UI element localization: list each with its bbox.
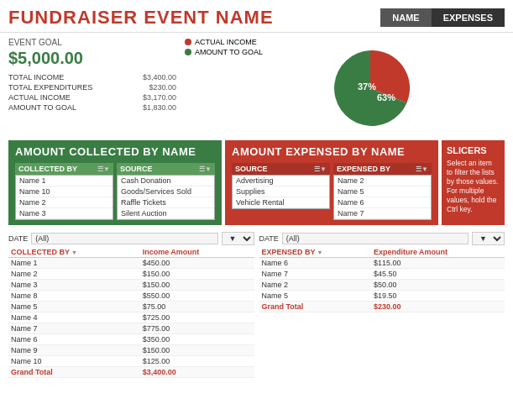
table-row: Name 6 $350.00: [8, 334, 254, 345]
expense-grand-total-value: $230.00: [371, 302, 505, 312]
table-row: Name 4 $725.00: [8, 312, 254, 323]
table-row: Name 3 $150.00: [8, 280, 254, 291]
collected-col2-item-1[interactable]: Goods/Services Sold: [118, 186, 214, 197]
table-row: Name 6 $115.00: [259, 258, 505, 269]
page-title: FUNDRAISER EVENT NAME: [8, 7, 274, 29]
expensed-col1-item-2[interactable]: Vehicle Rental: [233, 197, 329, 208]
income-name-cell: Name 8: [8, 291, 140, 302]
income-date-dropdown[interactable]: ▼: [222, 232, 254, 245]
expensed-col1-header[interactable]: SOURCE ☰▼: [232, 163, 330, 175]
collected-col1-list: Name 1 Name 10 Name 2 Name 3: [15, 175, 113, 220]
expensed-col1: SOURCE ☰▼ Advertising Supplies Vehicle R…: [232, 163, 330, 220]
income-amount-cell: $450.00: [140, 258, 254, 269]
collected-box: AMOUNT COLLECTED BY NAME COLLECTED BY ☰▼…: [8, 140, 222, 225]
table-row: Name 7 $775.00: [8, 323, 254, 334]
expensed-col2-item-2[interactable]: Name 6: [334, 197, 431, 208]
income-amount-cell: $150.00: [140, 345, 254, 356]
expensed-title: AMOUNT EXPENSED BY NAME: [232, 145, 432, 158]
tab-name[interactable]: NAME: [380, 8, 431, 27]
collected-col2-list: Cash Donation Goods/Services Sold Raffle…: [117, 175, 215, 220]
chart-area: ACTUAL INCOME AMOUNT TO GOAL 37% 63%: [185, 38, 505, 132]
collected-col1-item-3[interactable]: Name 3: [16, 208, 113, 219]
pie-label-37: 37%: [358, 81, 376, 92]
expense-date-dropdown[interactable]: ▼: [472, 232, 505, 245]
collected-col1-filter-icon[interactable]: ☰▼: [97, 165, 110, 173]
metric-value: $3,170.00: [143, 93, 176, 102]
header-tabs: NAME EXPENSES: [380, 8, 505, 27]
income-amount-cell: $350.00: [140, 334, 254, 345]
expensed-col2-filter-icon[interactable]: ☰▼: [416, 165, 428, 173]
income-name-cell: Name 10: [8, 356, 140, 367]
expense-amount-cell: $115.00: [371, 258, 505, 269]
collected-col2-header[interactable]: SOURCE ☰▼: [117, 163, 215, 175]
collected-col2-item-2[interactable]: Raffle Tickets: [118, 197, 214, 208]
event-goal-label: EVENT GOAL: [8, 38, 176, 47]
legend-item-income: ACTUAL INCOME: [185, 38, 263, 46]
expensed-col2-item-0[interactable]: Name 2: [334, 176, 431, 186]
collected-col2-filter-icon[interactable]: ☰▼: [199, 165, 212, 173]
expense-data-table: EXPENSED BY ▼ Expenditure Amount Name 6 …: [259, 247, 505, 312]
collected-col1-item-1[interactable]: Name 10: [16, 186, 113, 197]
expensed-filter-columns: SOURCE ☰▼ Advertising Supplies Vehicle R…: [232, 163, 432, 220]
expensed-col2-item-1[interactable]: Name 5: [334, 186, 431, 197]
bottom-section: DATE (All) ▼ COLLECTED BY ▼ Income Amoun…: [0, 228, 513, 381]
event-goal-value: $5,000.00: [8, 49, 176, 68]
expensed-col2-item-3[interactable]: Name 7: [334, 208, 431, 219]
metric-row: AMOUNT TO GOAL $1,830.00: [8, 103, 176, 112]
income-name-cell: Name 7: [8, 323, 140, 334]
chart-legend: ACTUAL INCOME AMOUNT TO GOAL: [185, 38, 263, 58]
expense-name-cell: Name 2: [259, 280, 371, 291]
income-table: DATE (All) ▼ COLLECTED BY ▼ Income Amoun…: [8, 232, 254, 378]
table-row: Name 5 $75.00: [8, 302, 254, 312]
income-amount-cell: $150.00: [140, 280, 254, 291]
collected-col1-item-2[interactable]: Name 2: [16, 197, 113, 208]
collected-col2-item-3[interactable]: Silent Auction: [118, 208, 214, 219]
income-data-table: COLLECTED BY ▼ Income Amount Name 1 $450…: [8, 247, 254, 378]
legend-dot-goal: [185, 49, 191, 55]
collected-col1-item-0[interactable]: Name 1: [16, 176, 113, 186]
expensed-col1-item-0[interactable]: Advertising: [233, 176, 329, 186]
table-row: Name 1 $450.00: [8, 258, 254, 269]
expense-date-filter-row: DATE (All) ▼: [259, 232, 505, 245]
metric-label: AMOUNT TO GOAL: [8, 103, 76, 112]
expense-col1-header[interactable]: EXPENSED BY ▼: [259, 247, 371, 258]
expense-grand-total-label: Grand Total: [259, 302, 371, 312]
top-section: EVENT GOAL $5,000.00 TOTAL INCOME $3,400…: [0, 33, 513, 137]
income-name-cell: Name 4: [8, 312, 140, 323]
expensed-col2-list: Name 2 Name 5 Name 6 Name 7: [333, 175, 432, 220]
expense-date-label: DATE: [259, 234, 279, 243]
income-col2-header: Income Amount: [140, 247, 254, 258]
income-amount-cell: $550.00: [140, 291, 254, 302]
expense-name-cell: Name 5: [259, 291, 371, 302]
expensed-col1-item-1[interactable]: Supplies: [233, 186, 329, 197]
income-name-cell: Name 6: [8, 334, 140, 345]
pie-label-63: 63%: [377, 92, 395, 102]
income-name-cell: Name 1: [8, 258, 140, 269]
table-row: Name 10 $125.00: [8, 356, 254, 367]
slicers-title: SLICERS: [447, 145, 500, 155]
metric-value: $1,830.00: [143, 103, 176, 112]
collected-title: AMOUNT COLLECTED BY NAME: [15, 145, 215, 158]
income-name-cell: Name 5: [8, 302, 140, 312]
income-date-filter-row: DATE (All) ▼: [8, 232, 254, 245]
legend-item-goal: AMOUNT TO GOAL: [185, 48, 263, 56]
income-col1-header[interactable]: COLLECTED BY ▼: [8, 247, 140, 258]
income-grand-total-label: Grand Total: [8, 367, 140, 378]
expense-name-cell: Name 6: [259, 258, 371, 269]
collected-col1-header[interactable]: COLLECTED BY ☰▼: [15, 163, 113, 175]
income-date-value[interactable]: (All): [31, 233, 217, 244]
collected-col2-item-0[interactable]: Cash Donation: [118, 176, 214, 186]
metric-label: TOTAL INCOME: [8, 73, 64, 81]
expense-amount-cell: $45.50: [371, 269, 505, 280]
expensed-col1-list: Advertising Supplies Vehicle Rental: [232, 175, 330, 209]
expensed-col2-header[interactable]: EXPENSED BY ☰▼: [333, 163, 432, 175]
tab-expenses[interactable]: EXPENSES: [432, 8, 505, 27]
income-amount-cell: $775.00: [140, 323, 254, 334]
expense-col1-arrow[interactable]: ▼: [317, 249, 323, 255]
expense-date-value[interactable]: (All): [282, 233, 469, 244]
income-col1-arrow[interactable]: ▼: [71, 249, 77, 255]
expensed-col2: EXPENSED BY ☰▼ Name 2 Name 5 Name 6 Name…: [333, 163, 432, 220]
expensed-col1-filter-icon[interactable]: ☰▼: [314, 165, 327, 173]
income-name-cell: Name 9: [8, 345, 140, 356]
expense-col2-header: Expenditure Amount: [371, 247, 505, 258]
